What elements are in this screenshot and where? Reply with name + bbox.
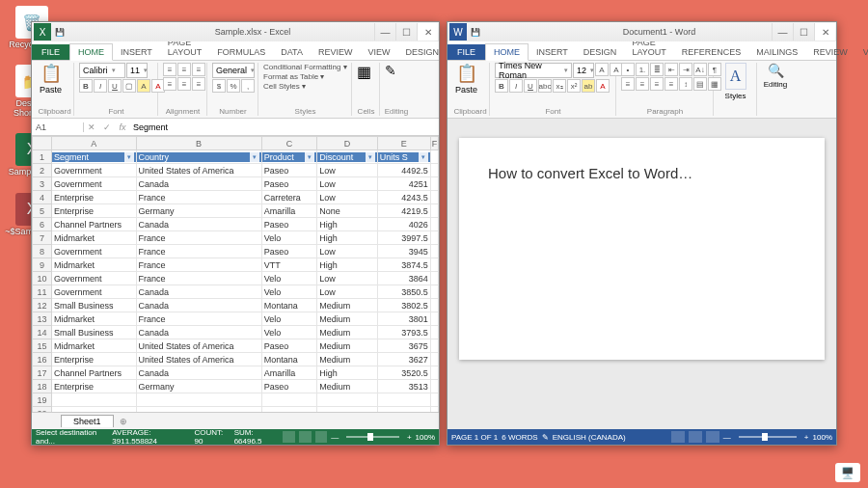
row-header[interactable]: 2: [33, 164, 52, 177]
dec-indent-button[interactable]: ⇤: [665, 63, 678, 76]
close-button[interactable]: ✕: [417, 23, 438, 41]
cell[interactable]: Canada: [136, 285, 261, 299]
zoom-slider[interactable]: [346, 436, 399, 438]
word-page[interactable]: How to convert Excel to Word…: [459, 138, 825, 360]
cell[interactable]: Enterprise: [52, 353, 137, 366]
cell[interactable]: United States of America: [136, 353, 261, 366]
table-row[interactable]: 18EnterpriseGermanyPaseoMedium3513: [33, 380, 439, 393]
cell[interactable]: Medium: [317, 339, 378, 353]
sheet-tab-sheet1[interactable]: Sheet1: [61, 415, 114, 427]
zoom-level[interactable]: 100%: [813, 433, 832, 442]
spreadsheet-grid[interactable]: ABCDEF1Segment▾Country▾Product▾Discount▾…: [32, 136, 439, 412]
table-row[interactable]: 8GovernmentFrancePaseoLow3945: [33, 245, 439, 258]
status-page[interactable]: PAGE 1 OF 1: [451, 433, 498, 442]
shading-button[interactable]: ▤: [693, 77, 707, 91]
row-header[interactable]: 5: [33, 204, 52, 218]
col-header[interactable]: E: [377, 137, 430, 150]
cell[interactable]: Midmarket: [52, 231, 137, 245]
zoom-in-button[interactable]: +: [804, 433, 809, 442]
paste-button[interactable]: Paste: [40, 85, 62, 95]
table-row[interactable]: 10GovernmentFranceVeloLow3864: [33, 272, 439, 285]
cell[interactable]: Channel Partners: [52, 218, 137, 231]
row-header[interactable]: 4: [33, 191, 52, 204]
tab-review[interactable]: REVIEW: [311, 44, 361, 60]
cell-styles-button[interactable]: Cell Styles ▾: [263, 82, 347, 91]
excel-titlebar[interactable]: X 💾 Sample.xlsx - Excel — ☐ ✕: [32, 22, 439, 41]
strike-button[interactable]: abc: [538, 79, 552, 93]
enter-icon[interactable]: ✓: [99, 122, 115, 132]
row-header[interactable]: 12: [33, 299, 52, 312]
cell[interactable]: France: [136, 245, 261, 258]
cell[interactable]: Medium: [317, 299, 378, 312]
cell[interactable]: Low: [317, 285, 378, 299]
fx-icon[interactable]: fx: [115, 122, 130, 132]
percent-button[interactable]: %: [227, 79, 240, 93]
tab-home[interactable]: HOME: [69, 43, 113, 61]
row-header[interactable]: 14: [33, 326, 52, 339]
cell[interactable]: Paseo: [261, 339, 317, 353]
zoom-out-button[interactable]: —: [331, 433, 339, 442]
cell[interactable]: France: [136, 191, 261, 204]
align-center-button[interactable]: ≡: [636, 77, 649, 91]
cell[interactable]: Medium: [317, 353, 378, 366]
cancel-icon[interactable]: ✕: [84, 122, 99, 132]
close-button[interactable]: ✕: [814, 23, 835, 41]
currency-button[interactable]: $: [212, 79, 226, 93]
row-header[interactable]: 17: [33, 366, 52, 380]
cell[interactable]: Montana: [261, 299, 317, 312]
cell[interactable]: 3675: [377, 339, 430, 353]
grow-font-button[interactable]: A: [595, 63, 609, 76]
bold-button[interactable]: B: [79, 79, 93, 93]
cell[interactable]: Paseo: [261, 218, 317, 231]
cell[interactable]: Midmarket: [52, 339, 137, 353]
cell[interactable]: Enterprise: [52, 191, 137, 204]
tab-mailings[interactable]: MAILINGS: [748, 44, 805, 60]
cell[interactable]: 4243.5: [377, 191, 430, 204]
cell[interactable]: High: [317, 366, 378, 380]
table-row[interactable]: 4EnterpriseFranceCarreteraLow4243.5: [33, 191, 439, 204]
tab-data[interactable]: DATA: [273, 44, 311, 60]
row-header[interactable]: 10: [33, 272, 52, 285]
cell[interactable]: Velo: [261, 285, 317, 299]
qat-save-icon[interactable]: 💾: [53, 25, 67, 39]
tab-references[interactable]: REFERENCES: [674, 44, 749, 60]
cell[interactable]: 4219.5: [377, 204, 430, 218]
col-header[interactable]: F: [430, 137, 438, 150]
cell[interactable]: Velo: [261, 326, 317, 339]
multilevel-button[interactable]: ≣: [650, 63, 664, 76]
cell[interactable]: Government: [52, 245, 137, 258]
view-print-button[interactable]: [689, 431, 702, 443]
col-header[interactable]: B: [136, 137, 261, 150]
cell[interactable]: None: [317, 204, 378, 218]
cell[interactable]: 3864: [377, 272, 430, 285]
status-language[interactable]: ENGLISH (CANADA): [553, 433, 626, 442]
numbering-button[interactable]: 1.: [636, 63, 649, 76]
cell[interactable]: Low: [317, 272, 378, 285]
cell[interactable]: Low: [317, 164, 378, 177]
cell[interactable]: United States of America: [136, 164, 261, 177]
cell[interactable]: Germany: [136, 380, 261, 393]
table-row[interactable]: 12Small BusinessCanadaMontanaMedium3802.…: [33, 299, 439, 312]
cell[interactable]: Paseo: [261, 380, 317, 393]
maximize-button[interactable]: ☐: [395, 23, 417, 41]
sub-button[interactable]: x₂: [553, 79, 566, 93]
table-header-cell[interactable]: Product▾: [262, 152, 317, 162]
italic-button[interactable]: I: [509, 79, 523, 93]
cell[interactable]: High: [317, 231, 378, 245]
cell[interactable]: Canada: [136, 299, 261, 312]
cell[interactable]: 3997.5: [377, 231, 430, 245]
table-row[interactable]: 3GovernmentCanadaPaseoLow4251: [33, 177, 439, 191]
cell[interactable]: Velo: [261, 272, 317, 285]
cell[interactable]: France: [136, 312, 261, 326]
table-header-cell[interactable]: Units S▾: [378, 152, 430, 162]
new-sheet-button[interactable]: ⊕: [120, 417, 127, 426]
row-header[interactable]: 1: [33, 150, 52, 164]
cell[interactable]: Enterprise: [52, 380, 137, 393]
editing-label[interactable]: Editing: [764, 80, 787, 89]
cell[interactable]: Government: [52, 272, 137, 285]
justify-button[interactable]: ≡: [665, 77, 678, 91]
cell[interactable]: Velo: [261, 312, 317, 326]
align-right-button[interactable]: ≡: [192, 77, 205, 91]
tab-view[interactable]: VIEW: [360, 44, 397, 60]
table-row[interactable]: 17Channel PartnersCanadaAmarillaHigh3520…: [33, 366, 439, 380]
